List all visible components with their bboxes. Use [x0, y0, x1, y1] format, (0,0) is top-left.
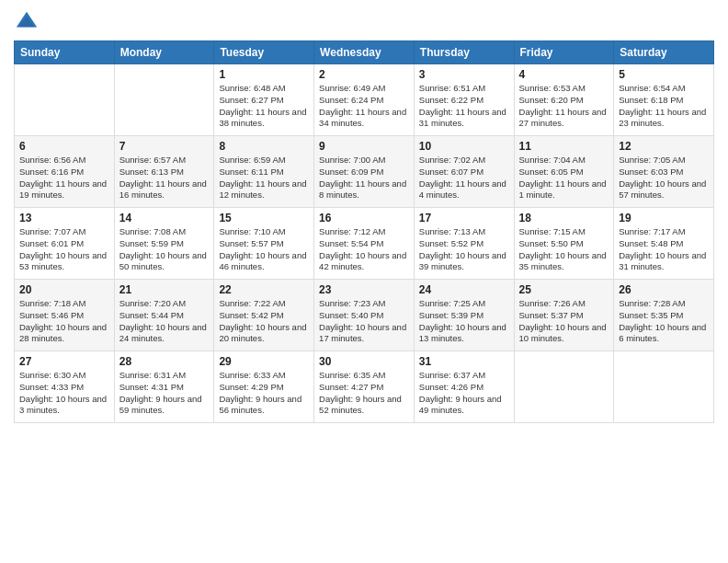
- calendar-week-row: 1Sunrise: 6:48 AM Sunset: 6:27 PM Daylig…: [15, 64, 714, 136]
- calendar-cell: 4Sunrise: 6:53 AM Sunset: 6:20 PM Daylig…: [514, 64, 614, 136]
- day-info: Sunrise: 7:00 AM Sunset: 6:09 PM Dayligh…: [319, 155, 409, 201]
- calendar-cell: [114, 64, 214, 136]
- calendar-day-header: Monday: [114, 41, 214, 64]
- calendar-cell: 2Sunrise: 6:49 AM Sunset: 6:24 PM Daylig…: [314, 64, 415, 136]
- calendar-cell: 26Sunrise: 7:28 AM Sunset: 5:35 PM Dayli…: [614, 280, 714, 351]
- day-number: 12: [619, 140, 709, 153]
- day-info: Sunrise: 6:33 AM Sunset: 4:29 PM Dayligh…: [219, 370, 309, 417]
- logo-icon: [14, 9, 40, 35]
- calendar-cell: 13Sunrise: 7:07 AM Sunset: 6:01 PM Dayli…: [15, 208, 115, 280]
- day-number: 2: [319, 68, 409, 81]
- day-info: Sunrise: 6:51 AM Sunset: 6:22 PM Dayligh…: [419, 83, 509, 130]
- calendar-cell: 16Sunrise: 7:12 AM Sunset: 5:54 PM Dayli…: [314, 208, 415, 280]
- day-info: Sunrise: 7:25 AM Sunset: 5:39 PM Dayligh…: [419, 298, 509, 345]
- calendar-week-row: 13Sunrise: 7:07 AM Sunset: 6:01 PM Dayli…: [15, 208, 714, 280]
- day-number: 1: [219, 68, 309, 81]
- calendar-day-header: Wednesday: [314, 41, 415, 64]
- day-info: Sunrise: 7:13 AM Sunset: 5:52 PM Dayligh…: [419, 226, 509, 273]
- day-info: Sunrise: 6:48 AM Sunset: 6:27 PM Dayligh…: [219, 83, 309, 130]
- calendar-day-header: Friday: [514, 41, 614, 64]
- logo: [14, 9, 43, 35]
- day-number: 9: [319, 140, 409, 153]
- day-info: Sunrise: 7:28 AM Sunset: 5:35 PM Dayligh…: [619, 298, 709, 345]
- header: [14, 9, 714, 35]
- day-info: Sunrise: 7:23 AM Sunset: 5:40 PM Dayligh…: [319, 298, 409, 345]
- calendar-cell: 28Sunrise: 6:31 AM Sunset: 4:31 PM Dayli…: [114, 351, 214, 423]
- day-number: 21: [119, 283, 210, 296]
- day-number: 8: [219, 140, 309, 153]
- calendar-cell: 12Sunrise: 7:05 AM Sunset: 6:03 PM Dayli…: [614, 136, 714, 208]
- day-number: 10: [419, 140, 509, 153]
- day-info: Sunrise: 6:54 AM Sunset: 6:18 PM Dayligh…: [619, 83, 709, 130]
- calendar-cell: 1Sunrise: 6:48 AM Sunset: 6:27 PM Daylig…: [214, 64, 314, 136]
- calendar-cell: 17Sunrise: 7:13 AM Sunset: 5:52 PM Dayli…: [414, 208, 514, 280]
- day-info: Sunrise: 7:10 AM Sunset: 5:57 PM Dayligh…: [219, 226, 309, 273]
- day-number: 3: [419, 68, 509, 81]
- page: SundayMondayTuesdayWednesdayThursdayFrid…: [0, 0, 728, 563]
- day-number: 19: [619, 212, 709, 224]
- calendar-cell: 8Sunrise: 6:59 AM Sunset: 6:11 PM Daylig…: [214, 136, 314, 208]
- day-info: Sunrise: 7:18 AM Sunset: 5:46 PM Dayligh…: [19, 298, 109, 345]
- calendar-cell: 6Sunrise: 6:56 AM Sunset: 6:16 PM Daylig…: [15, 136, 115, 208]
- calendar-cell: 10Sunrise: 7:02 AM Sunset: 6:07 PM Dayli…: [414, 136, 514, 208]
- calendar-cell: 15Sunrise: 7:10 AM Sunset: 5:57 PM Dayli…: [214, 208, 314, 280]
- day-info: Sunrise: 7:20 AM Sunset: 5:44 PM Dayligh…: [119, 298, 210, 345]
- calendar-cell: 20Sunrise: 7:18 AM Sunset: 5:46 PM Dayli…: [15, 280, 115, 351]
- day-info: Sunrise: 7:15 AM Sunset: 5:50 PM Dayligh…: [519, 226, 609, 273]
- calendar-cell: 29Sunrise: 6:33 AM Sunset: 4:29 PM Dayli…: [214, 351, 314, 423]
- day-info: Sunrise: 6:57 AM Sunset: 6:13 PM Dayligh…: [119, 155, 210, 201]
- day-info: Sunrise: 7:22 AM Sunset: 5:42 PM Dayligh…: [219, 298, 309, 345]
- day-number: 15: [219, 212, 309, 224]
- calendar-cell: 24Sunrise: 7:25 AM Sunset: 5:39 PM Dayli…: [414, 280, 514, 351]
- day-number: 5: [619, 68, 709, 81]
- day-info: Sunrise: 6:35 AM Sunset: 4:27 PM Dayligh…: [319, 370, 409, 417]
- day-info: Sunrise: 6:59 AM Sunset: 6:11 PM Dayligh…: [219, 155, 309, 201]
- calendar-cell: [15, 64, 115, 136]
- calendar-cell: 27Sunrise: 6:30 AM Sunset: 4:33 PM Dayli…: [15, 351, 115, 423]
- day-number: 11: [519, 140, 609, 153]
- day-number: 29: [219, 355, 309, 368]
- calendar-cell: 7Sunrise: 6:57 AM Sunset: 6:13 PM Daylig…: [114, 136, 214, 208]
- day-number: 24: [419, 283, 509, 296]
- day-number: 27: [19, 355, 109, 368]
- calendar-cell: 31Sunrise: 6:37 AM Sunset: 4:26 PM Dayli…: [414, 351, 514, 423]
- day-number: 25: [519, 283, 609, 296]
- day-info: Sunrise: 7:08 AM Sunset: 5:59 PM Dayligh…: [119, 226, 210, 273]
- day-number: 13: [19, 212, 109, 224]
- calendar-cell: 5Sunrise: 6:54 AM Sunset: 6:18 PM Daylig…: [614, 64, 714, 136]
- day-info: Sunrise: 6:30 AM Sunset: 4:33 PM Dayligh…: [19, 370, 109, 417]
- calendar-week-row: 6Sunrise: 6:56 AM Sunset: 6:16 PM Daylig…: [15, 136, 714, 208]
- calendar-table: SundayMondayTuesdayWednesdayThursdayFrid…: [14, 40, 714, 423]
- day-number: 7: [119, 140, 210, 153]
- calendar-cell: 23Sunrise: 7:23 AM Sunset: 5:40 PM Dayli…: [314, 280, 415, 351]
- day-info: Sunrise: 6:49 AM Sunset: 6:24 PM Dayligh…: [319, 83, 409, 130]
- calendar-week-row: 27Sunrise: 6:30 AM Sunset: 4:33 PM Dayli…: [15, 351, 714, 423]
- day-number: 22: [219, 283, 309, 296]
- calendar-cell: 19Sunrise: 7:17 AM Sunset: 5:48 PM Dayli…: [614, 208, 714, 280]
- day-number: 23: [319, 283, 409, 296]
- calendar-cell: 30Sunrise: 6:35 AM Sunset: 4:27 PM Dayli…: [314, 351, 415, 423]
- calendar-cell: 11Sunrise: 7:04 AM Sunset: 6:05 PM Dayli…: [514, 136, 614, 208]
- day-number: 6: [19, 140, 109, 153]
- calendar-cell: [514, 351, 614, 423]
- calendar-cell: 9Sunrise: 7:00 AM Sunset: 6:09 PM Daylig…: [314, 136, 415, 208]
- day-info: Sunrise: 7:02 AM Sunset: 6:07 PM Dayligh…: [419, 155, 509, 201]
- day-info: Sunrise: 7:07 AM Sunset: 6:01 PM Dayligh…: [19, 226, 109, 273]
- calendar-cell: 22Sunrise: 7:22 AM Sunset: 5:42 PM Dayli…: [214, 280, 314, 351]
- day-number: 20: [19, 283, 109, 296]
- calendar-cell: [614, 351, 714, 423]
- day-number: 16: [319, 212, 409, 224]
- calendar-cell: 21Sunrise: 7:20 AM Sunset: 5:44 PM Dayli…: [114, 280, 214, 351]
- day-info: Sunrise: 6:37 AM Sunset: 4:26 PM Dayligh…: [419, 370, 509, 417]
- calendar-day-header: Saturday: [614, 41, 714, 64]
- day-number: 4: [519, 68, 609, 81]
- calendar-week-row: 20Sunrise: 7:18 AM Sunset: 5:46 PM Dayli…: [15, 280, 714, 351]
- day-number: 28: [119, 355, 210, 368]
- calendar-cell: 18Sunrise: 7:15 AM Sunset: 5:50 PM Dayli…: [514, 208, 614, 280]
- day-info: Sunrise: 7:26 AM Sunset: 5:37 PM Dayligh…: [519, 298, 609, 345]
- calendar-cell: 25Sunrise: 7:26 AM Sunset: 5:37 PM Dayli…: [514, 280, 614, 351]
- day-number: 30: [319, 355, 409, 368]
- day-info: Sunrise: 7:17 AM Sunset: 5:48 PM Dayligh…: [619, 226, 709, 273]
- calendar-cell: 3Sunrise: 6:51 AM Sunset: 6:22 PM Daylig…: [414, 64, 514, 136]
- day-number: 17: [419, 212, 509, 224]
